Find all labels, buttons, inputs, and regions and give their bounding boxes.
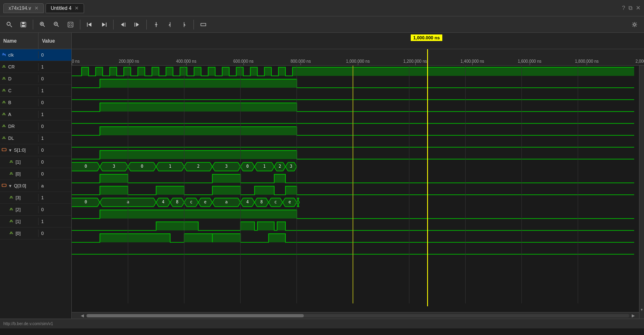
signal-icon-9 (9, 159, 14, 165)
restore-icon[interactable]: ⧉ (628, 5, 633, 11)
signal-value-9: 0 (39, 159, 71, 165)
v-scrollbar[interactable]: ▲ ▼ (639, 33, 644, 319)
signal-row-6[interactable]: DR0 (0, 121, 71, 132)
signal-row-5[interactable]: A1 (0, 109, 71, 121)
prev-cursor-button[interactable] (84, 19, 96, 30)
signal-value-0: 0 (39, 52, 71, 58)
help-icon[interactable]: ? (622, 5, 625, 11)
signal-name-15: [0] (0, 230, 39, 237)
signal-icon-2 (2, 76, 7, 82)
tab-x74[interactable]: x74x194.v ✕ (3, 3, 44, 13)
signal-row-0[interactable]: clk0 (0, 49, 71, 61)
signal-value-5: 1 (39, 111, 71, 118)
time-tick-line-1200 (415, 63, 416, 65)
svg-rect-29 (2, 148, 6, 151)
expand-icon-11[interactable]: ▼ (8, 184, 12, 188)
save-button[interactable] (17, 19, 30, 30)
signal-row-4[interactable]: B0 (0, 97, 71, 109)
signal-label-15: [0] (16, 231, 20, 236)
signal-row-12[interactable]: [3]1 (0, 192, 71, 204)
scroll-track[interactable] (86, 314, 629, 317)
svg-marker-13 (88, 23, 91, 27)
waveform-canvas-area[interactable] (72, 66, 644, 306)
signal-row-8[interactable]: ▼S[1:0]0 (0, 144, 71, 156)
signal-label-1: CR (8, 64, 15, 69)
zoom-region-button[interactable] (197, 19, 209, 30)
signal-value-4: 0 (39, 99, 71, 106)
signal-icon-14 (9, 219, 14, 224)
signal-value-1: 1 (39, 64, 71, 70)
signal-label-12: [3] (16, 195, 20, 200)
signal-value-7: 1 (39, 135, 71, 141)
signal-value-14: 1 (39, 218, 71, 225)
signal-label-13: [2] (16, 207, 20, 212)
zoom-out-button[interactable] (50, 19, 63, 30)
signal-row-1[interactable]: CR1 (0, 61, 71, 73)
expand-icon-8[interactable]: ▼ (8, 148, 12, 153)
signal-label-7: DL (8, 136, 14, 141)
time-tick-line-1600 (530, 63, 530, 65)
marker-right-button[interactable] (178, 19, 190, 30)
close-window-icon[interactable]: ✕ (636, 5, 641, 11)
scroll-right-arrow[interactable]: ▶ (631, 313, 636, 318)
zoom-fit-button[interactable] (64, 19, 77, 30)
signal-label-8: S[1:0] (14, 148, 26, 153)
status-text: http://b.ber.de.v.com/sim/v1 (3, 321, 53, 326)
next-cursor-button[interactable] (98, 19, 110, 30)
scroll-thumb[interactable] (86, 314, 304, 317)
signal-value-12: 1 (39, 194, 71, 201)
signal-label-11: Q[3:0] (14, 183, 26, 188)
signal-name-0: clk (0, 51, 39, 59)
signal-label-6: DR (8, 124, 15, 129)
tab-x74-close[interactable]: ✕ (34, 5, 39, 11)
signal-name-11: ▼Q[3:0] (0, 182, 39, 189)
scroll-left-arrow[interactable]: ◀ (80, 313, 85, 318)
h-scrollbar[interactable]: ◀ ▶ (72, 312, 644, 319)
signal-icon-11 (2, 183, 7, 189)
signal-label-0: clk (8, 52, 14, 57)
svg-rect-27 (201, 23, 206, 26)
signal-row-7[interactable]: DL1 (0, 132, 71, 144)
settings-button[interactable] (628, 19, 641, 30)
svg-rect-3 (22, 22, 25, 24)
sep1 (33, 20, 33, 30)
svg-line-10 (57, 25, 59, 27)
svg-marker-17 (121, 23, 124, 27)
tab-untitled4[interactable]: Untitled 4 ✕ (46, 3, 84, 13)
time-tick-2000: 2,000.0... (635, 59, 644, 64)
signal-row-15[interactable]: [0]0 (0, 228, 71, 239)
signal-icon-0 (2, 52, 7, 58)
svg-point-0 (7, 22, 10, 25)
title-bar: x74x194.v ✕ Untitled 4 ✕ ? ⧉ ✕ (0, 0, 644, 16)
signal-name-8: ▼S[1:0] (0, 146, 39, 154)
signal-row-3[interactable]: C1 (0, 85, 71, 97)
add-marker-button[interactable] (150, 19, 162, 30)
time-tick-line-200 (129, 63, 130, 65)
svg-rect-4 (22, 25, 25, 27)
svg-marker-24 (168, 24, 170, 25)
signal-row-13[interactable]: [2]0 (0, 204, 71, 216)
signal-row-10[interactable]: [0]0 (0, 168, 71, 180)
signal-icon-1 (2, 64, 7, 70)
signal-icon-6 (2, 123, 7, 129)
signal-value-10: 0 (39, 171, 71, 177)
signal-row-11[interactable]: ▼Q[3:0]a (0, 180, 71, 192)
shift-left-button[interactable] (117, 19, 129, 30)
time-tick-line-600 (243, 63, 244, 65)
waveform-canvas[interactable] (72, 66, 634, 303)
signal-list: clk0CR1D0C1B0A1DR0DL1▼S[1:0]0 [1]0 [0]0▼… (0, 49, 71, 319)
search-button[interactable] (3, 19, 16, 30)
cursor-line (427, 49, 428, 306)
v-scroll-down[interactable]: ▼ (639, 307, 644, 312)
signal-row-2[interactable]: D0 (0, 73, 71, 85)
signal-label-2: D (8, 76, 11, 81)
waveform-area[interactable]: 1,000.000 ns 0.000 ns200.000 ns400.000 n… (72, 33, 644, 319)
svg-marker-15 (102, 23, 105, 27)
signal-row-9[interactable]: [1]0 (0, 156, 71, 168)
sep4 (146, 20, 147, 30)
marker-left-button[interactable] (164, 19, 176, 30)
tab-untitled4-close[interactable]: ✕ (75, 5, 79, 11)
shift-right-button[interactable] (131, 19, 143, 30)
zoom-in-button[interactable] (36, 19, 49, 30)
signal-row-14[interactable]: [1]1 (0, 216, 71, 228)
